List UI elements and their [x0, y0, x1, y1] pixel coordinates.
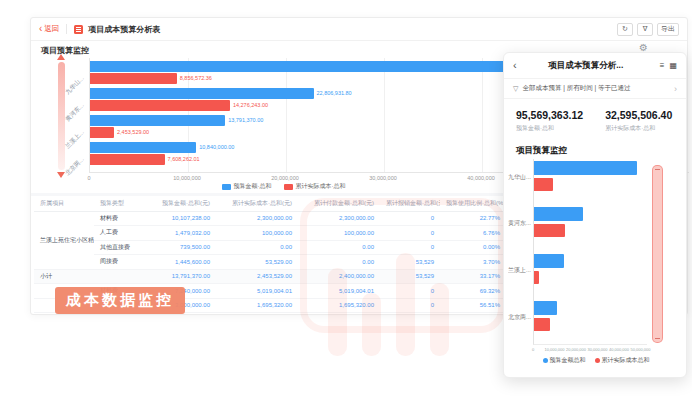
panel-section-title: 项目预算监控	[504, 133, 686, 157]
panel-chart-legend: 预算金额总和 累计实际成本总和	[504, 356, 688, 365]
y-axis-category-label: 九华山...	[508, 173, 532, 182]
filter-button[interactable]: ∇	[637, 23, 653, 36]
legend-swatch-red	[284, 184, 293, 190]
bar-value-label: 8,856,572.36	[180, 75, 212, 81]
x-axis-tick: 20,000,000	[271, 175, 299, 181]
toolbar: ‹ 返回 项目成本预算分析表 ↻ ∇ 导出	[31, 18, 687, 41]
column-header: 累计实际成本·总和(元)	[216, 196, 298, 211]
cell-paid-amount: 2,300,000.00	[298, 211, 380, 226]
cell-budget-amount: 1,445,600.00	[148, 255, 216, 270]
budget-bar[interactable]	[534, 301, 557, 315]
cell-actual-cost: 100,000.00	[216, 226, 298, 241]
legend-label: 预算金额·总和	[234, 182, 272, 191]
cell-paid-amount: 5,019,004.01	[298, 284, 380, 299]
cell-actual-cost: 1,695,320.00	[216, 298, 298, 313]
back-chevron-icon: ‹	[39, 24, 42, 34]
budget-bar[interactable]: 22,806,931.80	[90, 88, 314, 99]
datazoom-down-arrow[interactable]	[57, 172, 65, 178]
x-axis-tick: 20,000,000	[566, 347, 586, 352]
column-header: 预算使用比例·总和(%)	[440, 196, 506, 211]
datazoom-up-arrow[interactable]	[57, 54, 65, 60]
refresh-button[interactable]: ↻	[617, 23, 633, 36]
filter-text: 全部成本预算 | 所有时间 | 等于已通过	[522, 84, 630, 93]
page-title: 项目成本预算分析表	[88, 24, 160, 35]
panel-datazoom-slider[interactable]	[652, 165, 663, 343]
y-axis-category-label: 兰溪上...	[508, 266, 532, 275]
y-axis-category-label: 九华山...	[64, 74, 87, 97]
actual-cost-bar[interactable]: 14,276,243.00	[90, 100, 230, 111]
column-header: 累计报销金额·总和(元)	[380, 196, 440, 211]
table-row: 其他直接费739,500.000.000.0000.00%	[34, 240, 506, 255]
cell-usage-ratio: 0.00%	[440, 240, 506, 255]
budget-bar[interactable]	[534, 161, 637, 175]
legend-swatch-blue	[222, 184, 231, 190]
legend-dot-blue	[543, 358, 548, 363]
cell-budget-amount: 1,479,032.00	[148, 226, 216, 241]
table-row-subtotal: 小计13,791,370.002,453,529.002,400,000.005…	[34, 269, 506, 284]
actual-cost-bar[interactable]: 2,453,529.00	[90, 127, 114, 138]
y-axis-category-label: 北京两...	[64, 155, 87, 178]
legend-label: 累计实际成本·总和	[296, 182, 346, 191]
cell-paid-amount: 0.00	[298, 255, 380, 270]
panel-filter-bar[interactable]: ▽ 全部成本预算 | 所有时间 | 等于已通过 ›	[504, 78, 686, 99]
budget-bar[interactable]	[534, 207, 583, 221]
actual-cost-bar[interactable]	[534, 224, 565, 237]
cell-reimbursed-amount: 53,529	[380, 255, 440, 270]
budget-bar[interactable]: 10,840,000.00	[90, 142, 196, 153]
budget-bar[interactable]	[90, 61, 560, 72]
small-funnel-icon: ▽	[513, 85, 518, 93]
legend-item-budget[interactable]: 预算金额总和	[543, 356, 586, 365]
cell-paid-amount: 2,400,000.00	[298, 269, 380, 284]
kpi-value: 32,595,506.40	[605, 109, 672, 121]
actual-cost-bar[interactable]	[534, 271, 539, 284]
slider-handle[interactable]	[655, 338, 660, 339]
x-axis-tick: 50,000,000	[630, 347, 650, 352]
table-view-icon[interactable]: ▦	[669, 62, 677, 70]
cell-budget-type: 间接费	[94, 255, 148, 270]
kpi-value: 95,569,363.12	[516, 109, 583, 121]
kpi-label: 预算金额·总和	[516, 124, 583, 133]
cell-budget-amount: 739,500.00	[148, 240, 216, 255]
x-axis-tick: 10,000,000	[544, 347, 564, 352]
cell-actual-cost: 2,300,000.00	[216, 211, 298, 226]
cell-actual-cost: 5,019,004.01	[216, 284, 298, 299]
legend-item-budget[interactable]: 预算金额·总和	[222, 182, 272, 191]
budget-bar[interactable]: 13,791,370.00	[90, 115, 225, 126]
actual-cost-bar[interactable]: 7,608,262.01	[90, 154, 165, 165]
export-label: 导出	[661, 24, 675, 34]
panel-header: ‹ 项目成本预算分析... ≡ ▦	[504, 53, 686, 78]
kpi-budget-total: 95,569,363.12 预算金额·总和	[516, 109, 583, 133]
cell-reimbursed-amount: 0	[380, 226, 440, 241]
x-axis-tick: 30,000,000	[369, 175, 397, 181]
x-axis-tick: 40,000,000	[467, 175, 495, 181]
budget-bar[interactable]	[534, 254, 564, 268]
sort-icon[interactable]: ≡	[660, 62, 665, 70]
actual-cost-bar[interactable]: 8,856,572.36	[90, 73, 177, 84]
cell-usage-ratio: 22.77%	[440, 211, 506, 226]
cell-reimbursed-amount: 0	[380, 240, 440, 255]
column-header: 预算类型	[94, 196, 148, 211]
column-header: 累计付款金额·总和(元)	[298, 196, 380, 211]
cell-budget-amount: 13,791,370.00	[148, 269, 216, 284]
slider-handle[interactable]	[655, 169, 660, 170]
table-row: 兰溪上苑住宅小区精装修第...材料费10,107,238.002,300,000…	[34, 211, 506, 226]
cell-reimbursed-amount: 0	[380, 298, 440, 313]
back-button[interactable]: ‹ 返回	[39, 24, 59, 34]
legend-dot-red	[595, 358, 600, 363]
cell-reimbursed-amount: 53,529	[380, 269, 440, 284]
cell-budget-amount: 10,107,238.00	[148, 211, 216, 226]
legend-item-actual[interactable]: 累计实际成本总和	[595, 356, 650, 365]
column-header: 所属项目	[34, 196, 94, 211]
x-axis-tick: 10,000,000	[173, 175, 201, 181]
gridline	[384, 58, 385, 172]
bar-value-label: 10,840,000.00	[199, 144, 234, 150]
export-button[interactable]: 导出	[657, 23, 679, 36]
y-axis-category-label: 黄河东...	[508, 219, 532, 228]
back-label: 返回	[44, 24, 59, 34]
cell-project: 兰溪上苑住宅小区精装修第...	[34, 211, 94, 269]
legend-item-actual[interactable]: 累计实际成本·总和	[284, 182, 346, 191]
x-axis-tick: 40,000,000	[609, 347, 629, 352]
actual-cost-bar[interactable]	[534, 178, 553, 191]
actual-cost-bar[interactable]	[534, 318, 550, 331]
bar-value-label: 7,608,262.01	[168, 156, 200, 162]
